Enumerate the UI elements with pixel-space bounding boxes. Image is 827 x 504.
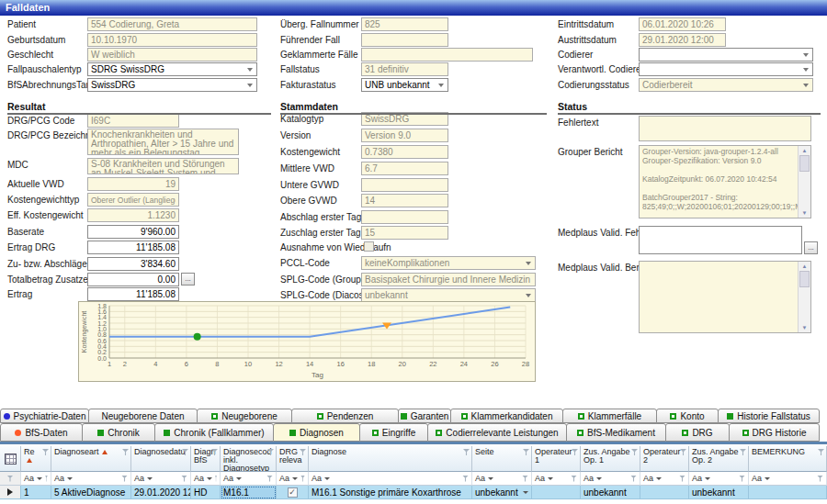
cell-row-selector[interactable] <box>0 486 21 499</box>
scrollbar-thumb[interactable] <box>799 155 810 172</box>
cell-operateur-2[interactable] <box>640 486 689 499</box>
ertrag-drg-field[interactable]: 11'185.08 <box>87 241 179 254</box>
geburtsdatum-value: 10.10.1970 <box>91 35 254 46</box>
tab-bfs-daten[interactable]: BfS-Daten <box>0 423 83 442</box>
ertrag-field[interactable]: 11'185.08 <box>87 287 179 301</box>
filter-cell-drg-relevant[interactable]: Aa <box>277 472 309 486</box>
tab-drg[interactable]: DRG <box>665 423 730 442</box>
drg-relevant-checkbox[interactable]: ✓ <box>288 487 298 498</box>
scroll-up-icon[interactable]: ▲ <box>799 263 810 270</box>
tab-diagnosen[interactable]: Diagnosen <box>273 423 360 442</box>
svg-text:20: 20 <box>399 360 406 368</box>
filter-cell-bemerkung[interactable]: Aa <box>749 472 827 486</box>
fakturastatus-field[interactable]: UNB unbekannt <box>361 78 448 92</box>
filter-cell-zus-angabe-op-2[interactable]: Aa <box>689 472 749 486</box>
kostengewichttyp-label: Kostengewichttyp <box>7 195 79 205</box>
tab-drg-historie[interactable]: DRG Historie <box>729 423 820 442</box>
codierer-field[interactable] <box>639 48 813 62</box>
tab-codierrelevante-leistungen[interactable]: Codierrelevante Leistungen <box>427 423 567 442</box>
medplaus-valid-fehler-field[interactable] <box>639 226 802 254</box>
filter-cell-zus-angabe-op-1[interactable]: Aa <box>581 472 640 486</box>
zu-bzw-abschlaege-field[interactable]: 3'834.60 <box>87 257 179 271</box>
verantwortl-codierer-field[interactable] <box>639 62 813 76</box>
filter-cell-diagnose-bfs[interactable]: Aa <box>191 472 221 486</box>
totalbetrag-zusatzentgelte-field[interactable]: 0.00 <box>87 273 179 286</box>
filter-type-label: Aa <box>24 474 34 483</box>
bfsabrechnungstarif-field[interactable]: SwissDRG <box>87 78 257 92</box>
tab-psychiatrie-daten[interactable]: Psychiatrie-Daten <box>0 409 89 423</box>
column-header-zus-angabe-op-2[interactable]: Zus. Angabe Op. 2 <box>689 446 749 472</box>
scroll-down-icon[interactable]: ▼ <box>799 209 810 217</box>
totalbetrag-zusatzentgelte-more-button[interactable]: ... <box>181 273 195 286</box>
filter-cell-operateur-1[interactable]: Aa <box>532 472 581 486</box>
cell-bemerkung[interactable] <box>749 486 827 499</box>
column-header-drg-relevant[interactable]: DRG releva <box>277 446 309 472</box>
filter-cell-operateur-2[interactable]: Aa <box>640 472 689 486</box>
column-header-zus-angabe-op-1[interactable]: Zus. Angabe Op. 1 <box>581 446 640 472</box>
filter-cell-seite[interactable]: Aa <box>472 472 532 486</box>
tab-pendenzen[interactable]: Pendenzen <box>291 409 399 423</box>
cell-zus-angabe-op-1[interactable]: unbekannt <box>581 486 640 499</box>
filter-type-label: Aa <box>54 474 64 483</box>
column-header-diagnose-bfs[interactable]: Diagn BfS <box>191 446 221 472</box>
column-header-label-diagnosedatum: Diagnosedatu <box>134 448 187 456</box>
filter-cell-re[interactable]: Aa <box>21 472 51 486</box>
column-header-diagnosedatum[interactable]: Diagnosedatu <box>131 446 191 472</box>
cell-diagnosecode[interactable]: M16.1 <box>221 486 277 499</box>
filter-cell-row-selector[interactable] <box>0 472 21 486</box>
column-header-diagnoseart[interactable]: Diagnoseart <box>51 446 131 472</box>
scroll-down-icon[interactable]: ▼ <box>799 324 810 331</box>
tab-garanten[interactable]: Garanten <box>398 409 451 423</box>
column-header-operateur-2[interactable]: Operateur 2 <box>640 446 689 472</box>
tab-konto[interactable]: Konto <box>656 409 719 423</box>
tab-klammerfaelle[interactable]: Klammerfälle <box>562 409 657 423</box>
cell-diagnosedatum[interactable]: 29.01.2020 12:00 <box>131 486 191 499</box>
tab-neugeborene[interactable]: Neugeborene <box>197 409 292 423</box>
cell-seite[interactable]: unbekannt <box>472 486 532 499</box>
cell-re[interactable]: 1 <box>21 486 51 499</box>
eff-kostengewicht-value: 1.1230 <box>91 210 176 221</box>
baserate-field[interactable]: 9'960.00 <box>87 225 179 239</box>
tab-chronik-fallklammer[interactable]: Chronik (Fallklammer) <box>154 423 274 442</box>
ausnahme-von-wiederaufnahme-checkbox <box>364 241 374 252</box>
cell-diagnose-bfs[interactable]: HD <box>191 486 221 499</box>
column-header-operateur-1[interactable]: Operateur 1 <box>532 446 581 472</box>
fallpauschalentyp-field[interactable]: SDRG SwissDRG <box>87 62 257 76</box>
tab-klammerkandidaten[interactable]: Klammerkandidaten <box>450 409 563 423</box>
mittlere-vwd-field: 6.7 <box>361 162 448 175</box>
tab-historie-fallstatus[interactable]: Historie Fallstatus <box>718 409 820 423</box>
cell-diagnose[interactable]: M16.1 Sonstige primäre Koxarthrose <box>309 486 472 499</box>
orange-dot-icon <box>15 430 21 436</box>
geschlecht-value: W weiblich <box>91 50 254 61</box>
column-header-diagnosecode[interactable]: Diagnosecod inkl. Diagnosetyp <box>221 446 277 472</box>
grid-filter-row: AaAaAaAaAaAaAaAaAaAaAaAaAa <box>0 472 827 486</box>
cell-zus-angabe-op-2[interactable]: unbekannt <box>689 486 749 499</box>
cell-text-diagnose: M16.1 Sonstige primäre Koxarthrose <box>312 487 461 498</box>
tab-eingriffe[interactable]: Eingriffe <box>359 423 428 442</box>
filter-cell-diagnosecode[interactable]: Aa <box>221 472 277 486</box>
tab-neugeborene-daten[interactable]: Neugeborene Daten <box>88 409 198 423</box>
splg-code-grouper-label: SPLG-Code (Grouper) <box>280 274 372 285</box>
cell-diagnoseart[interactable]: 5 AktiveDiagnose <box>51 486 131 499</box>
tab-bfs-medikament[interactable]: BfS-Medikament <box>566 423 666 442</box>
vertical-scrollbar[interactable]: ▲▼ <box>798 262 810 332</box>
diagnosis-row[interactable]: 15 AktiveDiagnose29.01.2020 12:00HDM16.1… <box>0 486 827 499</box>
column-header-diagnose[interactable]: Diagnose <box>309 446 472 472</box>
medplaus-valid-fehler-more-button[interactable]: ... <box>804 241 818 254</box>
column-header-re[interactable]: Re <box>21 446 51 472</box>
splg-code-diacos-field: unbekannt <box>361 288 536 302</box>
chevron-down-icon <box>656 477 662 480</box>
tab-label-garanten: Garanten <box>411 411 449 421</box>
column-header-bemerkung[interactable]: BEMERKUNG <box>749 446 827 472</box>
column-header-seite[interactable]: Seite <box>472 446 532 472</box>
scrollbar-thumb[interactable] <box>799 271 810 287</box>
tab-chronik[interactable]: Chronik <box>82 423 155 442</box>
cell-operateur-1[interactable] <box>532 486 581 499</box>
filter-cell-diagnosedatum[interactable]: Aa <box>131 472 191 486</box>
scroll-up-icon[interactable]: ▲ <box>799 147 810 154</box>
filter-cell-diagnose[interactable]: Aa <box>309 472 472 486</box>
grid-settings-icon[interactable] <box>5 454 17 465</box>
cell-drg-relevant[interactable]: ✓ <box>277 486 309 499</box>
filter-cell-diagnoseart[interactable]: Aa <box>51 472 131 486</box>
vertical-scrollbar[interactable]: ▲▼ <box>798 146 810 218</box>
